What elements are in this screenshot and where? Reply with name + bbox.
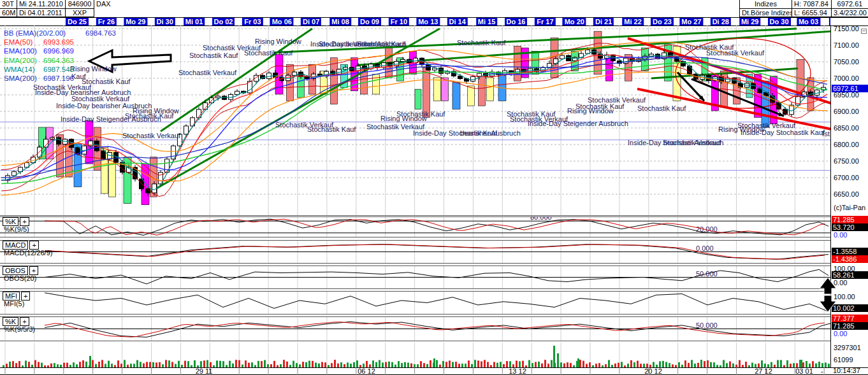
high-cell: H: 7087.84	[792, 0, 832, 9]
chart-annotation: Stochastik Kauf	[307, 125, 356, 133]
date-label: Mi 15	[476, 18, 498, 25]
date-label: Mo 20	[563, 18, 586, 25]
panel-plus-button[interactable]: +	[21, 292, 30, 301]
timeframe2-cell: 60M	[0, 9, 17, 17]
panel-MFI(5)	[0, 291, 830, 315]
panel-button-%K[interactable]: %K	[3, 217, 18, 226]
price-tick: 7100.00	[834, 41, 859, 49]
legend-label: WMA(14)	[4, 66, 35, 73]
indicator-line	[45, 293, 828, 312]
price-tick: 7050.00	[834, 58, 859, 66]
panel-MACD(12/26/9): 0.000	[0, 240, 830, 264]
panel-button-MFI[interactable]: MFI	[3, 292, 20, 301]
date-strip: Do 25Fr 26Mo 29Di 30Mi 01Do 02Fr 03Mo 06…	[0, 18, 830, 25]
price-tick: 7000.00	[834, 74, 859, 82]
chart-annotation: Stochastik Verkauf	[706, 49, 765, 57]
indicator-value-badge: 77.377	[832, 315, 868, 322]
time-axis-label: 29 11	[196, 367, 213, 375]
legend-item: WMA(14)6987.548	[4, 66, 35, 73]
date-label: Mi 22	[622, 18, 644, 25]
current-price-badge: 6972.61	[832, 85, 868, 92]
panel-plus-button[interactable]: +	[29, 266, 38, 275]
panel-plus-button[interactable]: +	[20, 317, 29, 326]
indicator-value-badge: -1.3558	[832, 248, 868, 255]
date-label: Di 28	[711, 18, 731, 25]
pattern-box	[331, 58, 338, 104]
pattern-box	[479, 76, 486, 106]
legend-value: 6964.363	[43, 57, 74, 64]
axis-dash: -	[821, 367, 823, 375]
symbol-cell: DAX	[94, 0, 145, 9]
annotation-arrows	[816, 275, 844, 315]
chart-annotation: Inside-Day Stochastik Kauf	[741, 129, 825, 136]
panel-button-MACD[interactable]: MACD	[3, 241, 28, 250]
date-label: Mo 27	[679, 18, 703, 25]
time-axis-grid	[0, 367, 830, 375]
panel-controls: MACD+	[3, 241, 39, 250]
panel-controls: %K+	[3, 217, 29, 226]
legend-label: EMA(100)	[4, 47, 37, 55]
date-label: Di 21	[593, 18, 614, 25]
pattern-box	[434, 78, 441, 101]
date-label: Mi 29	[739, 18, 761, 25]
price-tick: 6750.00	[834, 157, 859, 165]
panel-param-label: OBOS(20)	[4, 274, 36, 282]
group2-cell: Dt.Börse Indizes	[739, 9, 792, 17]
date-label: Mi 01	[184, 18, 205, 25]
chart-annotation: Rising Window	[70, 65, 117, 73]
clock-label: 10:14:37	[833, 367, 860, 374]
level-label: 50.000	[696, 322, 718, 329]
date-label: Do 25	[66, 18, 89, 25]
chart-annotation: Stochastik Kauf	[396, 110, 445, 118]
feed-cell: XXP	[66, 9, 94, 17]
chart-annotation: Stochastik Verkauf	[588, 96, 646, 104]
pattern-box	[514, 46, 521, 81]
time-axis-label: 06 12	[358, 367, 375, 375]
indicator-value-badge: 53.720	[832, 223, 868, 231]
price-tick: 7150.00	[834, 25, 859, 32]
chart-annotation: Stochastik Kauf	[244, 49, 293, 57]
date-label: Fr 17	[535, 18, 555, 25]
down-arrow-icon	[820, 295, 836, 312]
axis-separator-line	[830, 25, 831, 375]
panel-plus-button[interactable]: +	[20, 217, 29, 226]
legend-label: EMA(50)	[4, 38, 33, 46]
panel-plus-button[interactable]: +	[29, 241, 38, 250]
wkn-cell: 846900	[66, 0, 94, 9]
panel-button-%K[interactable]: %K	[3, 317, 18, 326]
panel-button-OBOS[interactable]: OBOS	[3, 266, 28, 275]
date-label: Do 23	[651, 18, 674, 25]
legend-value: 6993.695	[43, 38, 74, 46]
volume-spike	[800, 360, 802, 367]
legend-item: EMA(50)6993.695	[4, 38, 33, 46]
chart-annotation: Stochastik Verkauf	[663, 139, 721, 146]
time-axis-label: 27 12	[755, 367, 772, 375]
pattern-box	[442, 78, 449, 101]
date2-cell: Di 04.01.2011	[17, 9, 66, 17]
price-tick: 6650.00	[834, 190, 859, 198]
date-label: Mo 06	[270, 18, 294, 25]
volume-spike	[433, 358, 435, 367]
date-label: Do 09	[358, 18, 381, 25]
legend-label: BB (EMA)(20/2.00)	[4, 29, 66, 37]
scale-label: 0.00	[834, 330, 847, 337]
volume-panel	[0, 343, 830, 367]
time-axis-label: 13 12	[509, 367, 526, 375]
chart-annotation: Stochastik Kauf	[637, 104, 686, 112]
legend-item: EMA(100)6996.969	[4, 47, 37, 55]
indicator-value-badge: 71.285	[832, 322, 868, 330]
scale-label: 100.00	[834, 265, 855, 272]
legend-value: 6987.548	[43, 66, 74, 73]
date-label: Do 02	[212, 18, 235, 25]
chart-annotation: Inside-Day Steigender Ausbruch	[528, 120, 628, 127]
level-label: 0.000	[696, 244, 714, 252]
date-label: Di 30	[155, 18, 175, 25]
panel-%K(9/5): 80.00020.000	[0, 216, 830, 237]
date-label: Di 0	[829, 18, 830, 25]
indicator-value-badge: 71.285	[832, 216, 868, 223]
minimize-icon[interactable]	[861, 29, 867, 34]
volume-spike	[553, 346, 555, 367]
level-label: 80.000	[530, 216, 552, 221]
group1-cell: Indizes	[739, 0, 792, 9]
chart-annotation: Stochastik Verkauf	[178, 69, 237, 76]
